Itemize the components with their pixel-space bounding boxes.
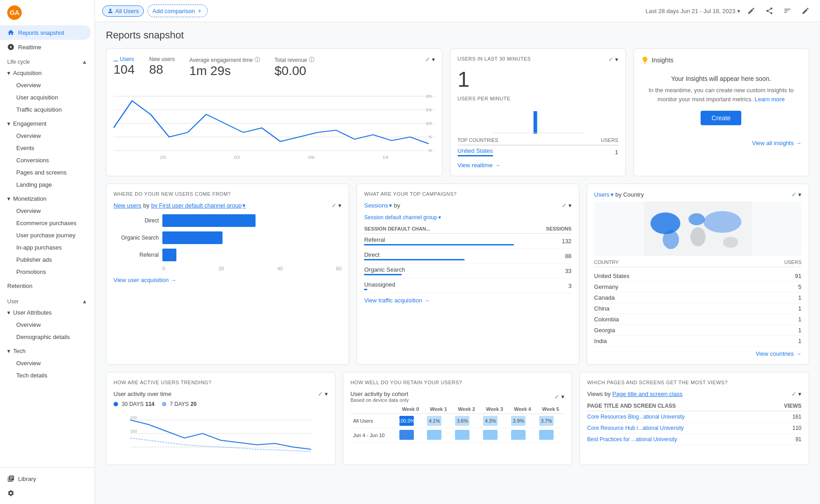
sidebar-category-monetization[interactable]: ▾ Monetization [0,193,95,205]
sessions-dropdown[interactable]: Sessions ▾ [364,202,392,209]
pencil-button[interactable] [798,4,813,18]
sidebar-item-overview-acq[interactable]: Overview [0,79,91,91]
sidebar-item-pages-screens[interactable]: Pages and screens [0,166,91,179]
sidebar-item-traffic-acquisition[interactable]: Traffic acquisition [0,104,91,116]
edit-icon-button[interactable] [744,4,758,18]
total-revenue-value: $0.00 [275,64,314,78]
sidebar-item-realtime[interactable]: Realtime [0,40,91,54]
all-users-chip[interactable]: All Users [102,5,144,17]
sidebar-category-engagement[interactable]: ▾ Engagement [0,118,95,130]
countries-check: ✓ ▾ [792,191,801,198]
acq-check: ✓ ▾ [332,202,341,209]
sidebar-item-tech-overview[interactable]: Overview [0,357,91,369]
info-icon-rev[interactable]: ⓘ [309,56,314,64]
sidebar-item-publisher-ads[interactable]: Publisher ads [0,254,91,266]
users-header: USERS [601,137,618,143]
share-button[interactable] [762,4,777,18]
country-col-label: COUNTRY [594,259,619,265]
campaign-value-unassigned: 3 [514,278,572,293]
retention-check: ✓ ▾ [555,393,564,400]
dropdown-ret[interactable]: ▾ [561,393,564,400]
dropdown-icon-realtime[interactable]: ▾ [615,56,618,63]
sidebar-section-lifecycle[interactable]: Life cycle ▲ [0,54,95,67]
page-name-2[interactable]: Core Resource Hub i...ational University [587,423,769,434]
retention-section-header: HOW WELL DO YOU RETAIN YOUR USERS? [351,380,565,385]
engagement-label: Engagement [13,120,47,127]
check-countries: ✓ [792,191,796,198]
view-countries-link[interactable]: View countries → [594,350,801,357]
ret-w2-jun4 [452,428,480,443]
sidebar-item-demographic[interactable]: Demographic details [0,331,91,343]
countries-table-header: COUNTRY USERS [594,259,801,267]
sidebar-section-user[interactable]: User ▲ [0,294,95,306]
metric-new-users: New users 88 [149,56,175,78]
customize-icon [783,7,792,15]
sidebar-item-ua-overview[interactable]: Overview [0,319,91,331]
view-all-insights-link[interactable]: View all insights → [641,140,801,146]
insights-title: Insights [652,57,673,64]
trend-card-header: User activity over time ✓ ▾ [114,391,328,397]
view-traffic-acquisition-link[interactable]: View traffic acquisition → [364,297,571,304]
sidebar-item-reports-snapshot[interactable]: Reports snapshot [0,25,91,40]
sidebar-item-library[interactable]: Library [0,471,91,486]
realtime-card-header: USERS IN LAST 30 MINUTES ✓ ▾ [458,56,618,65]
sidebar-item-in-app[interactable]: In-app purchases [0,241,91,254]
dropdown-camp[interactable]: ▾ [569,202,572,209]
channel-group-dropdown[interactable]: by First user default channel group ▾ [151,202,246,209]
bar-fill-direct [162,214,256,227]
sidebar-item-overview-eng[interactable]: Overview [0,130,91,142]
users-country-dropdown[interactable]: Users ▾ [594,191,614,198]
add-comparison-button[interactable]: Add comparison ＋ [147,5,208,17]
ret-w5-all: 3.7% [536,414,564,428]
sidebar-item-overview-mon[interactable]: Overview [0,205,91,217]
pages-title-block: Views by Page title and screen class [587,391,683,397]
users-per-minute-label: USERS PER MINUTE [458,96,618,101]
page-name-1[interactable]: Core Resources Blog...ational University [587,411,769,423]
realtime-card: USERS IN LAST 30 MINUTES ✓ ▾ 1 USERS PER… [450,48,626,176]
arrow-right-countries: → [796,350,801,357]
page-name-3[interactable]: Best Practices for ...ational University [587,434,769,445]
session-channel-group-link[interactable]: Session default channel group ▾ [364,214,571,221]
avg-engagement-value: 1m 29s [189,64,260,78]
ret-col-w0: Week 0 [397,405,425,414]
sidebar-logo: GA [0,0,95,25]
customize-button[interactable] [780,4,795,18]
sidebar-category-retention[interactable]: Retention [0,280,95,292]
sidebar-category-user-attributes[interactable]: ▾ User Attributes [0,306,95,319]
realtime-value: 1 [458,69,618,90]
dropdown-trend[interactable]: ▾ [325,391,328,397]
sidebar-group-acquisition: ▾ Acquisition Overview User acquisition … [0,67,95,116]
page-title-link[interactable]: Page title and screen class [612,391,683,397]
info-icon-eng[interactable]: ⓘ [255,56,260,64]
sidebar-item-user-purchase-journey[interactable]: User purchase journey [0,229,91,241]
sidebar-item-admin[interactable] [0,486,91,500]
cu-ca: 1 [769,292,801,303]
create-button[interactable]: Create [701,111,741,125]
dropdown-countries[interactable]: ▾ [798,191,801,198]
page-views-3: 91 [769,434,801,445]
sidebar-item-ecommerce[interactable]: Ecommerce purchases [0,217,91,229]
view-realtime-link[interactable]: View realtime → [458,162,618,169]
sidebar-category-acquisition[interactable]: ▾ Acquisition [0,67,95,79]
view-user-acquisition-link[interactable]: View user acquisition → [114,277,341,283]
sidebar-item-events[interactable]: Events [0,142,91,154]
sidebar-item-landing-page[interactable]: Landing page [0,179,91,191]
dropdown-pages[interactable]: ▾ [798,391,801,397]
sidebar-category-tech[interactable]: ▾ Tech [0,345,95,357]
library-icon [7,475,14,482]
sidebar-item-conversions[interactable]: Conversions [0,154,91,166]
ret-w0-all: 100.0% [397,414,425,428]
pages-data-table: PAGE TITLE AND SCREEN CLASS VIEWS Core R… [587,401,801,445]
sidebar-item-user-acquisition[interactable]: User acquisition [0,91,91,104]
sidebar-item-promotions[interactable]: Promotions [0,266,91,278]
svg-text:10: 10 [426,121,432,126]
dropdown-icon-metrics[interactable]: ▾ [432,56,435,63]
new-users-link[interactable]: New users [114,202,141,209]
sidebar-item-tech-details[interactable]: Tech details [0,369,91,382]
camp-check: ✓ ▾ [562,202,572,209]
check-icon-realtime: ✓ [608,56,613,63]
dropdown-acq[interactable]: ▾ [338,202,341,209]
date-range[interactable]: Last 28 days Jun 21 - Jul 18, 2023 ▾ [645,8,740,14]
svg-text:09: 09 [308,155,314,160]
learn-more-link[interactable]: Learn more [754,96,784,103]
